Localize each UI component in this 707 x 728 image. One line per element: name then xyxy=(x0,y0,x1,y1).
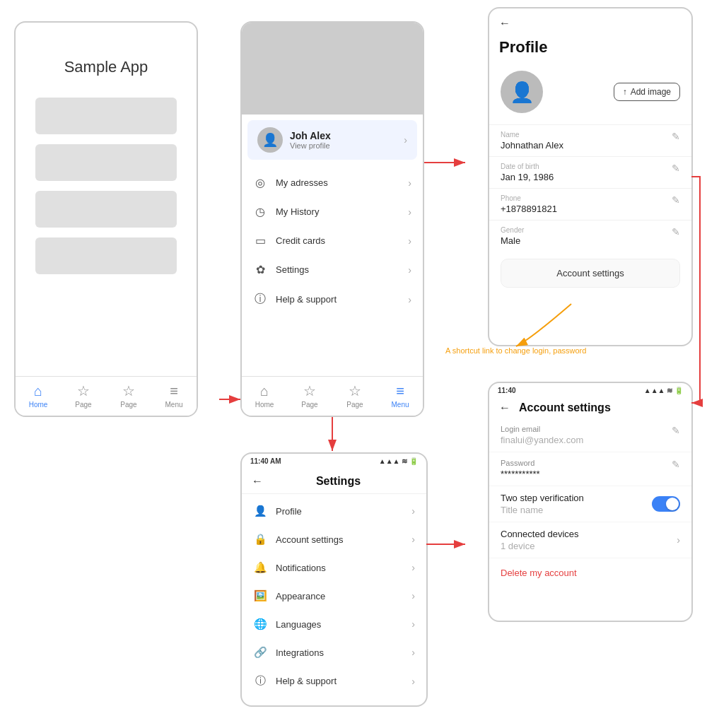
settings-item-logout[interactable]: ⇥ Log out xyxy=(242,695,426,707)
account-settings-chevron: › xyxy=(411,534,415,545)
profile-title: Profile xyxy=(489,34,691,64)
integrations-label: Integrations xyxy=(276,647,324,658)
two-step-label: Two step verification xyxy=(501,493,584,503)
profile-settings-icon: 👤 xyxy=(253,505,267,517)
profile-sub: View profile xyxy=(290,141,331,150)
two-step-toggle[interactable] xyxy=(652,496,680,512)
appearance-label: Appearance xyxy=(276,591,325,601)
menu-item-credit-cards[interactable]: ▭ Credit cards › xyxy=(242,226,423,255)
help-chevron: › xyxy=(408,294,411,305)
settings-back-button[interactable]: ← xyxy=(252,475,263,488)
help2-label: Help & support xyxy=(276,676,337,686)
acct-email-row: Login email finalui@yandex.com ✎ xyxy=(489,418,691,452)
addresses-chevron: › xyxy=(408,177,411,189)
screen2-nav-home[interactable]: ⌂ Home xyxy=(247,383,282,409)
gender-edit-icon[interactable]: ✎ xyxy=(672,226,680,237)
settings-item-appearance[interactable]: 🖼️ Appearance › xyxy=(242,582,426,610)
integrations-chevron: › xyxy=(411,647,415,658)
placeholder-bar-3 xyxy=(35,191,177,228)
nav-home-label: Home xyxy=(29,401,48,409)
menu-item-history[interactable]: ◷ My History › xyxy=(242,197,423,226)
notifications-chevron: › xyxy=(411,562,415,573)
acct-back-button[interactable]: ← xyxy=(499,401,510,414)
profile-image-section: 👤 ↑ Add image xyxy=(489,64,691,124)
settings-item-profile[interactable]: 👤 Profile › xyxy=(242,497,426,525)
screen2-nav-menu-label: Menu xyxy=(391,401,409,409)
menu-item-settings[interactable]: ✿ Settings › xyxy=(242,255,423,284)
nav-home[interactable]: ⌂ Home xyxy=(21,383,56,409)
connected-sublabel: 1 device xyxy=(501,541,579,551)
home-icon: ⌂ xyxy=(34,383,42,399)
home2-icon: ⌂ xyxy=(260,383,269,399)
two-step-row: Two step verification Title name xyxy=(489,486,691,522)
logout-label: Log out xyxy=(276,705,306,708)
settings-label: Settings xyxy=(276,264,309,275)
name-edit-icon[interactable]: ✎ xyxy=(672,131,680,142)
dob-edit-icon[interactable]: ✎ xyxy=(672,163,680,174)
history-icon: ◷ xyxy=(253,205,267,218)
help2-icon: ⓘ xyxy=(253,674,267,688)
sample-app-title: Sample App xyxy=(64,58,148,76)
two-step-sublabel: Title name xyxy=(501,505,584,515)
languages-icon: 🌐 xyxy=(253,618,267,630)
menu-item-help[interactable]: ⓘ Help & support › xyxy=(242,284,423,315)
screen2-nav-home-label: Home xyxy=(255,401,274,409)
avatar-icon: 👤 xyxy=(262,132,278,148)
field-phone: Phone +1878891821 ✎ xyxy=(489,188,691,220)
notifications-icon: 🔔 xyxy=(253,561,267,574)
screen4-settings: 11:40 AM ▲▲▲ ≋ 🔋 ← Settings 👤 Profile › … xyxy=(240,452,428,707)
settings-item-account[interactable]: 🔒 Account settings › xyxy=(242,525,426,553)
nav-page2-label: Page xyxy=(120,401,136,409)
account-settings-button[interactable]: Account settings xyxy=(501,259,680,288)
settings-item-integrations[interactable]: 🔗 Integrations › xyxy=(242,638,426,667)
settings-header: ← Settings xyxy=(242,466,426,494)
delete-row: Delete my account xyxy=(489,558,691,587)
profile-name: Joh Alex xyxy=(290,130,331,141)
settings-item-help[interactable]: ⓘ Help & support › xyxy=(242,667,426,695)
integrations-icon: 🔗 xyxy=(253,646,267,659)
menu2-icon: ≡ xyxy=(396,383,404,399)
screen2-nav-page2-label: Page xyxy=(346,401,363,409)
screen2-bottom-nav: ⌂ Home ☆ Page ☆ Page ≡ Menu xyxy=(242,376,423,416)
acct-password-label: Password xyxy=(501,459,540,467)
screen2-nav-page2[interactable]: ☆ Page xyxy=(337,382,373,409)
screen1-sample-app: Sample App ⌂ Home ☆ Page ☆ Page ≡ Menu xyxy=(14,21,198,417)
settings-item-notifications[interactable]: 🔔 Notifications › xyxy=(242,553,426,582)
settings-item-languages[interactable]: 🌐 Languages › xyxy=(242,610,426,638)
screen2-nav-page1[interactable]: ☆ Page xyxy=(292,382,327,409)
add-image-button[interactable]: ↑ Add image xyxy=(614,83,680,101)
connected-row[interactable]: Connected devices 1 device › xyxy=(489,522,691,558)
password-edit-icon[interactable]: ✎ xyxy=(672,459,680,470)
phone-edit-icon[interactable]: ✎ xyxy=(672,194,680,206)
account-settings-icon: 🔒 xyxy=(253,533,267,546)
screen3-profile: ← Profile 👤 ↑ Add image Name Johnathan A… xyxy=(488,7,693,346)
screen2-nav-menu[interactable]: ≡ Menu xyxy=(382,383,418,409)
nav-menu[interactable]: ≡ Menu xyxy=(156,383,192,409)
menu-item-addresses[interactable]: ◎ My adresses › xyxy=(242,168,423,197)
screen2-menu: 👤 Joh Alex View profile › ◎ My adresses … xyxy=(240,21,424,417)
notifications-label: Notifications xyxy=(276,563,326,573)
placeholder-bar-2 xyxy=(35,144,177,181)
delete-account-button[interactable]: Delete my account xyxy=(501,568,577,578)
connected-chevron: › xyxy=(677,534,680,546)
profile-chevron-icon: › xyxy=(404,134,407,146)
acct-email-value: finalui@yandex.com xyxy=(501,435,583,445)
menu-hero-image xyxy=(242,23,423,115)
nav-page2[interactable]: ☆ Page xyxy=(111,382,146,409)
settings-chevron: › xyxy=(408,264,411,276)
connected-label: Connected devices xyxy=(501,529,579,539)
acct-title: Account settings xyxy=(519,401,611,414)
gender-label: Gender xyxy=(501,226,524,234)
help2-chevron: › xyxy=(411,676,415,687)
profile-row[interactable]: 👤 Joh Alex View profile › xyxy=(247,120,417,160)
email-edit-icon[interactable]: ✎ xyxy=(672,425,680,436)
account-settings-label: Account settings xyxy=(276,534,343,545)
avatar: 👤 xyxy=(257,127,283,153)
name-label: Name xyxy=(501,131,563,139)
history-label: My History xyxy=(276,206,319,217)
settings-list: 👤 Profile › 🔒 Account settings › 🔔 Notif… xyxy=(242,494,426,707)
profile-settings-chevron: › xyxy=(411,505,415,517)
profile-back-button[interactable]: ← xyxy=(499,17,510,29)
acct-password-row: Password *********** ✎ xyxy=(489,452,691,486)
nav-page1[interactable]: ☆ Page xyxy=(66,382,101,409)
